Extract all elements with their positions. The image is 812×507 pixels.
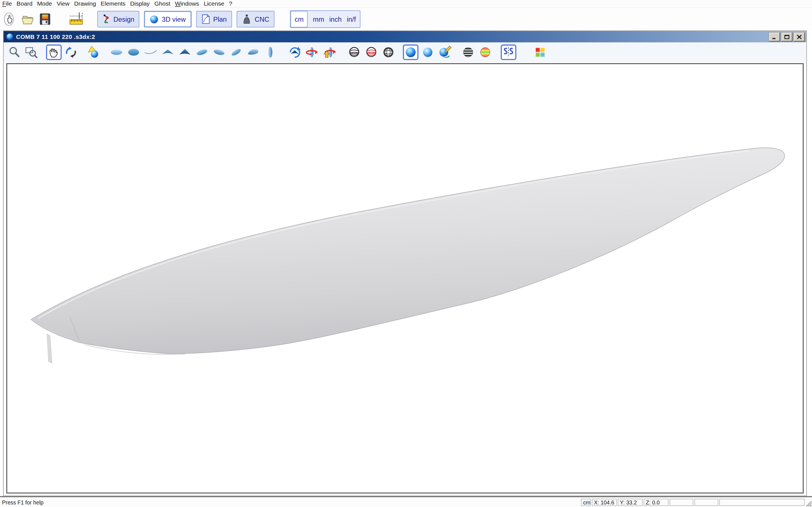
render-shaded-icon[interactable]: [403, 45, 418, 60]
3d-canvas[interactable]: [6, 63, 804, 494]
zoom-icon[interactable]: [7, 45, 22, 60]
design-button-label: Design: [113, 15, 134, 23]
surfboard-fin: [47, 334, 52, 363]
units-selector: cm mm inch in/f: [290, 10, 360, 28]
view-perspective-1-icon[interactable]: [194, 45, 210, 60]
status-empty-3: [719, 499, 805, 506]
menu-item-file[interactable]: File: [0, 1, 14, 7]
sphere-icon: [150, 15, 159, 23]
main-toolbar: Design 3D view Plan CNC cm mm: [0, 8, 812, 31]
save-icon[interactable]: [37, 11, 53, 27]
cnc-button[interactable]: CNC: [237, 11, 274, 27]
status-bar: Press F1 for help cm X: 104.6 Y: 33.2 Z:…: [0, 496, 812, 507]
cnc-tool-icon: [242, 14, 252, 24]
view-perspective-4-icon[interactable]: [246, 45, 261, 60]
spin-board-icon[interactable]: [304, 45, 319, 60]
render-mesh-icon[interactable]: [380, 45, 396, 60]
menu-item-license[interactable]: License: [201, 1, 226, 7]
design-icon: [103, 14, 110, 24]
status-z-coord: Z: 0.0: [644, 499, 668, 506]
view-perspective-2-icon[interactable]: [211, 45, 227, 60]
menu-item-view[interactable]: View: [54, 1, 72, 7]
view-front-icon[interactable]: [160, 45, 175, 60]
maximize-button[interactable]: [781, 33, 793, 41]
status-x-coord: X: 104.6: [592, 499, 617, 506]
view-top-icon[interactable]: [109, 45, 124, 60]
3d-view-button[interactable]: 3D view: [144, 11, 192, 27]
menu-item-drawing[interactable]: Drawing: [72, 1, 98, 7]
document-icon: [6, 33, 13, 41]
render-wireframe-red-icon[interactable]: [363, 45, 379, 60]
unit-option-inch[interactable]: inch: [329, 15, 342, 23]
symmetry-icon[interactable]: [501, 45, 516, 60]
view-back-icon[interactable]: [177, 45, 193, 60]
cnc-button-label: CNC: [255, 15, 269, 23]
windows-tile-icon[interactable]: [532, 45, 548, 60]
menu-item-windows[interactable]: Windows: [172, 1, 201, 7]
status-help-text: Press F1 for help: [2, 499, 43, 505]
render-colormap-icon[interactable]: [477, 45, 493, 60]
zoom-area-icon[interactable]: [24, 45, 39, 60]
unit-option-inf[interactable]: in/f: [347, 15, 356, 23]
design-button[interactable]: Design: [97, 11, 140, 27]
3d-view-button-label: 3D view: [162, 15, 186, 23]
menu-item-elements[interactable]: Elements: [98, 1, 128, 7]
menu-item-help[interactable]: ?: [227, 1, 235, 7]
status-y-coord: Y: 33.2: [618, 499, 643, 506]
render-design-icon[interactable]: [437, 45, 453, 60]
document-title: COMB 7 11 100 220 .s3dx:2: [16, 34, 767, 40]
menu-bar: File Board Mode View Drawing Elements Di…: [0, 0, 812, 8]
surfboard-3d-render: [7, 64, 803, 493]
pan-icon[interactable]: [46, 45, 61, 60]
menu-item-board[interactable]: Board: [14, 1, 35, 7]
close-button[interactable]: [794, 33, 805, 41]
unit-option-mm[interactable]: mm: [313, 15, 324, 23]
view-vertical-icon[interactable]: [262, 45, 278, 60]
view-side-icon[interactable]: [143, 45, 158, 60]
plan-button[interactable]: Plan: [196, 11, 232, 27]
raise-board-icon[interactable]: [321, 45, 337, 60]
unit-option-cm[interactable]: cm: [290, 11, 308, 27]
view-bottom-icon[interactable]: [126, 45, 141, 60]
rotate-3d-icon[interactable]: [63, 45, 79, 60]
rotate-board-icon[interactable]: [287, 45, 303, 60]
resize-grip[interactable]: [804, 499, 812, 507]
view-toolbar: [4, 43, 806, 62]
render-stripes-icon[interactable]: [460, 45, 476, 60]
application-window: File Board Mode View Drawing Elements Di…: [0, 0, 812, 507]
render-wireframe-icon[interactable]: [347, 45, 362, 60]
minimize-button[interactable]: [769, 33, 780, 41]
dimensions-icon[interactable]: [68, 11, 84, 27]
open-folder-icon[interactable]: [20, 11, 35, 27]
document-window: COMB 7 11 100 220 .s3dx:2: [3, 31, 807, 496]
lighting-icon[interactable]: [86, 45, 101, 60]
plan-icon: [201, 14, 210, 24]
status-empty-1: [670, 499, 693, 506]
menu-item-display[interactable]: Display: [128, 1, 152, 7]
new-board-icon[interactable]: [2, 11, 17, 27]
status-unit: cm: [581, 499, 591, 506]
render-smooth-icon[interactable]: [420, 45, 436, 60]
view-perspective-3-icon[interactable]: [229, 45, 244, 60]
plan-button-label: Plan: [213, 15, 227, 23]
status-empty-2: [695, 499, 718, 506]
menu-item-ghost[interactable]: Ghost: [152, 1, 172, 7]
surfboard-outline: [31, 148, 784, 354]
document-titlebar[interactable]: COMB 7 11 100 220 .s3dx:2: [4, 31, 806, 42]
menu-item-mode[interactable]: Mode: [35, 1, 54, 7]
